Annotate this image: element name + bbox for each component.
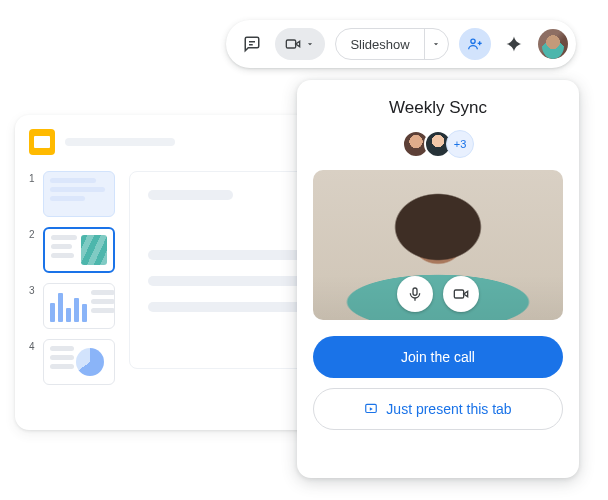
slideshow-button[interactable]: Slideshow [336,29,424,59]
join-call-label: Join the call [401,349,475,365]
chevron-down-icon [305,39,315,49]
canvas-placeholder-line [148,250,302,260]
mic-toggle[interactable] [397,276,433,312]
canvas-placeholder-line [148,276,302,286]
comments-icon[interactable] [238,30,265,58]
account-avatar[interactable] [538,29,568,59]
slide-thumb-4[interactable] [43,339,115,385]
video-icon [285,36,301,52]
slide-thumb-3[interactable] [43,283,115,329]
slide-number: 2 [29,227,37,240]
person-add-icon [467,36,483,52]
svg-point-4 [471,39,475,43]
canvas-placeholder-line [148,302,302,312]
join-call-button[interactable]: Join the call [313,336,563,378]
canvas-placeholder-line [148,190,233,200]
slide-number: 4 [29,339,37,352]
slideshow-label: Slideshow [350,37,409,52]
slide-number: 1 [29,171,37,184]
present-tab-button[interactable]: Just present this tab [313,388,563,430]
video-preview [313,170,563,320]
mic-icon [407,286,423,302]
svg-rect-9 [454,290,463,298]
slides-editor: 1 2 [15,115,335,430]
slide-thumb-2[interactable] [43,227,115,273]
action-bar: Slideshow [226,20,576,68]
share-button[interactable] [459,28,490,60]
slide-thumbnails: 1 2 [29,171,115,385]
svg-rect-2 [287,40,296,48]
present-icon [364,402,378,416]
slideshow-dropdown[interactable] [425,29,449,59]
attendee-overflow[interactable]: +3 [446,130,474,158]
meeting-title: Weekly Sync [389,98,487,118]
slides-logo-icon [29,129,55,155]
meet-panel: Weekly Sync +3 Join the call Just p [297,80,579,478]
svg-rect-7 [413,288,417,295]
gemini-icon[interactable] [501,30,528,58]
document-title-placeholder [65,138,175,146]
present-tab-label: Just present this tab [386,401,511,417]
slideshow-group: Slideshow [335,28,449,60]
slide-thumb-1[interactable] [43,171,115,217]
document-header [29,129,321,155]
slide-number: 3 [29,283,37,296]
camera-toggle[interactable] [443,276,479,312]
meet-button[interactable] [275,28,325,60]
attendee-row: +3 [402,130,474,158]
video-icon [453,286,469,302]
svg-marker-12 [370,407,373,411]
slide-canvas[interactable] [129,171,321,369]
